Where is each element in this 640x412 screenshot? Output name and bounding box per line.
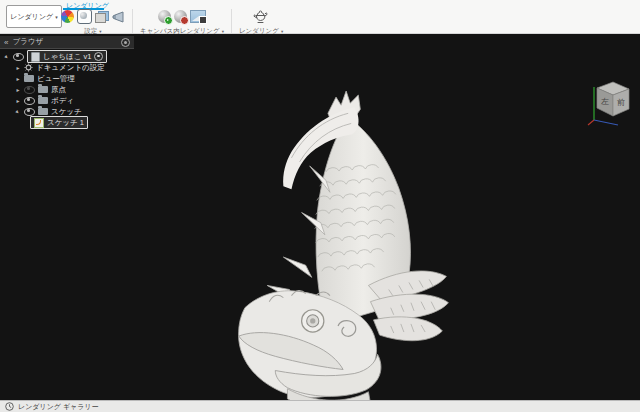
tree-item-label: ボディ bbox=[51, 96, 74, 106]
rendering-gallery-button[interactable]: レンダリング ギャラリー bbox=[5, 402, 99, 412]
collapse-panel-icon[interactable]: « bbox=[4, 38, 8, 47]
axis-z-blue bbox=[594, 120, 618, 125]
ribbon-group-in-canvas-render: キャンバス内レンダリング ▾ bbox=[135, 9, 229, 36]
workspace-selector-button[interactable]: レンダリング ▾ bbox=[6, 5, 62, 28]
tree-row-bodies[interactable]: ▸ ボディ bbox=[0, 95, 134, 106]
root-component-label: しゃちほこ v1 bbox=[43, 52, 91, 62]
sketch-icon bbox=[34, 118, 44, 128]
model-3d-render[interactable] bbox=[216, 87, 452, 411]
in-canvas-render-icon[interactable] bbox=[158, 10, 171, 23]
tree-row-sketch-1[interactable]: スケッチ 1 bbox=[0, 117, 134, 128]
decal-icon[interactable] bbox=[95, 11, 109, 23]
tree-item-label: スケッチ bbox=[51, 107, 82, 117]
clock-icon bbox=[5, 402, 14, 411]
browser-filter-icon[interactable] bbox=[121, 38, 130, 47]
view-cube[interactable]: 左 前 bbox=[586, 74, 636, 128]
ribbon-groups: 設定 ▾ キャンバス内レンダリング ▾ bbox=[56, 9, 288, 36]
ribbon-separator bbox=[231, 9, 232, 33]
browser-tree: ▸ しゃちほこ v1 ▸ ドキュメントの設定 ▸ ビュー管 bbox=[0, 49, 134, 131]
expand-arrow-icon[interactable]: ▸ bbox=[15, 64, 21, 71]
texture-map-controls-icon[interactable] bbox=[112, 11, 125, 23]
browser-title: ブラウザ bbox=[12, 37, 117, 47]
expand-arrow-icon[interactable]: ▸ bbox=[15, 97, 21, 104]
tree-item-label: ビュー管理 bbox=[37, 74, 75, 84]
appearance-color-wheel-icon[interactable] bbox=[61, 10, 74, 23]
capture-image-icon[interactable] bbox=[190, 10, 206, 23]
expand-arrow-icon[interactable]: ▸ bbox=[2, 52, 11, 61]
visibility-eye-icon[interactable] bbox=[13, 53, 24, 61]
view-cube-front-label: 前 bbox=[617, 98, 625, 107]
status-bar: レンダリング ギャラリー bbox=[0, 400, 640, 412]
scene-settings-icon[interactable] bbox=[77, 9, 92, 24]
tree-row-root-component[interactable]: ▸ しゃちほこ v1 bbox=[0, 51, 134, 62]
expand-arrow-icon[interactable]: ▸ bbox=[13, 107, 22, 116]
folder-icon bbox=[24, 75, 34, 82]
workspace-selector-label: レンダリング bbox=[10, 12, 53, 22]
folder-icon bbox=[38, 86, 48, 93]
visibility-eye-icon[interactable] bbox=[24, 86, 35, 94]
rendering-gallery-label: レンダリング ギャラリー bbox=[18, 402, 99, 412]
tree-item-label: ドキュメントの設定 bbox=[36, 63, 105, 73]
in-canvas-render-stop-icon[interactable] bbox=[174, 10, 187, 23]
tree-row-document-settings[interactable]: ▸ ドキュメントの設定 bbox=[0, 62, 134, 73]
ribbon-group-render: レンダリング ▾ bbox=[234, 9, 288, 36]
render-teapot-icon[interactable] bbox=[252, 10, 271, 24]
tree-item-label: スケッチ 1 bbox=[47, 118, 84, 128]
sketch-selection-box[interactable]: スケッチ 1 bbox=[30, 116, 88, 129]
fusion-window: レンダリング ▾ レンダリング 設定 ▾ bbox=[0, 0, 640, 412]
visibility-eye-icon[interactable] bbox=[24, 97, 35, 105]
folder-icon bbox=[38, 97, 48, 104]
ribbon-separator bbox=[132, 9, 133, 33]
browser-header: « ブラウザ bbox=[0, 36, 134, 49]
view-cube-left-label: 左 bbox=[601, 97, 609, 106]
gear-icon bbox=[24, 63, 33, 72]
document-icon bbox=[31, 52, 40, 62]
expand-arrow-icon[interactable]: ▸ bbox=[15, 75, 21, 82]
expand-arrow-icon[interactable]: ▸ bbox=[15, 86, 21, 93]
tree-item-label: 原点 bbox=[51, 85, 66, 95]
activate-component-radio[interactable] bbox=[94, 52, 103, 61]
tree-row-origin[interactable]: ▸ 原点 bbox=[0, 84, 134, 95]
visibility-eye-icon[interactable] bbox=[24, 108, 35, 116]
browser-panel: « ブラウザ ▸ しゃちほこ v1 ▸ ドキュメントの設 bbox=[0, 36, 134, 131]
tree-row-view-management[interactable]: ▸ ビュー管理 bbox=[0, 73, 134, 84]
ribbon-toolbar: レンダリング ▾ レンダリング 設定 ▾ bbox=[0, 0, 640, 34]
root-component-selection-box[interactable]: しゃちほこ v1 bbox=[27, 50, 107, 63]
viewport-canvas[interactable]: « ブラウザ ▸ しゃちほこ v1 ▸ ドキュメントの設 bbox=[0, 34, 640, 400]
ribbon-group-settings: 設定 ▾ bbox=[56, 9, 130, 36]
axis-x-red bbox=[588, 120, 594, 125]
folder-icon bbox=[38, 108, 48, 115]
